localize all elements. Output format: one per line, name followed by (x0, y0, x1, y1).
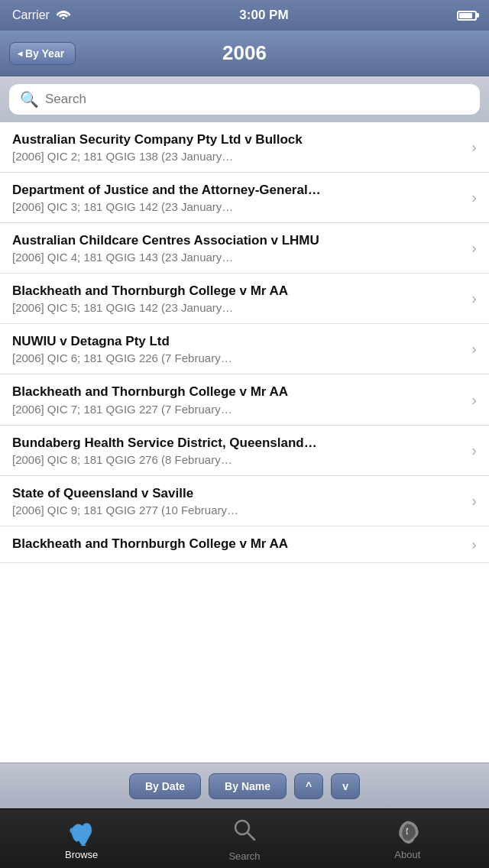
table-row[interactable]: Blackheath and Thornburgh College v Mr A… (0, 274, 489, 324)
table-row[interactable]: Australian Security Company Pty Ltd v Bu… (0, 122, 489, 173)
nav-bar: By Year 2006 (0, 31, 489, 76)
case-citation: [2006] QIC 2; 181 QGIG 138 (23 January… (12, 150, 464, 163)
sort-by-date-button[interactable]: By Date (129, 773, 201, 799)
sort-up-button[interactable]: ^ (294, 773, 323, 799)
chevron-right-icon: › (471, 492, 477, 510)
search-input-wrapper: 🔍 (9, 84, 480, 115)
table-row[interactable]: Australian Childcare Centres Association… (0, 223, 489, 274)
table-row[interactable]: Bundaberg Health Service District, Queen… (0, 426, 489, 476)
list-item-content: Bundaberg Health Service District, Queen… (12, 435, 471, 466)
table-row[interactable]: NUWIU v Detagna Pty Ltd[2006] QIC 6; 181… (0, 324, 489, 374)
tab-about[interactable]: About (326, 809, 489, 868)
tab-search-label: Search (228, 850, 260, 862)
carrier-label: Carrier (12, 8, 50, 22)
tab-browse[interactable]: Browse (0, 809, 163, 868)
about-icon (393, 818, 421, 846)
svg-line-3 (248, 833, 254, 840)
nav-title: 2006 (222, 41, 267, 65)
status-bar: Carrier 3:00 PM (0, 0, 489, 31)
case-title: NUWIU v Detagna Pty Ltd (12, 333, 464, 350)
case-citation: [2006] QIC 7; 181 QGIG 227 (7 February… (12, 403, 464, 416)
case-title: Blackheath and Thornburgh College v Mr A… (12, 283, 464, 300)
case-title: Bundaberg Health Service District, Queen… (12, 435, 464, 452)
sort-by-name-button[interactable]: By Name (209, 773, 287, 799)
sort-bar: By Date By Name ^ v (0, 763, 489, 808)
case-citation: [2006] QIC 6; 181 QGIG 226 (7 February… (12, 351, 464, 364)
case-citation: [2006] QIC 5; 181 QGIG 142 (23 January… (12, 301, 464, 314)
case-title: Department of Justice and the Attorney-G… (12, 182, 464, 199)
battery-icon (457, 11, 477, 21)
list-item-content: NUWIU v Detagna Pty Ltd[2006] QIC 6; 181… (12, 333, 471, 364)
case-title: Australian Childcare Centres Association… (12, 232, 464, 249)
wifi-icon (56, 8, 71, 22)
table-row[interactable]: Blackheath and Thornburgh College v Mr A… (0, 374, 489, 425)
case-citation: [2006] QIC 9; 181 QGIG 277 (10 February… (12, 504, 464, 517)
chevron-right-icon: › (471, 239, 477, 257)
chevron-right-icon: › (471, 340, 477, 358)
list-item-content: Blackheath and Thornburgh College v Mr A… (12, 384, 471, 415)
list-item-content: Australian Childcare Centres Association… (12, 232, 471, 264)
search-tab-icon (232, 818, 257, 847)
tab-search[interactable]: Search (163, 809, 325, 868)
case-title: Blackheath and Thornburgh College v Mr A… (12, 384, 464, 400)
case-citation: [2006] QIC 8; 181 QGIG 276 (8 February… (12, 453, 464, 466)
case-title: Blackheath and Thornburgh College v Mr A… (12, 536, 464, 552)
search-icon: 🔍 (20, 90, 39, 108)
sort-down-button[interactable]: v (331, 773, 360, 799)
list-item-content: Australian Security Company Pty Ltd v Bu… (12, 131, 471, 163)
chevron-right-icon: › (471, 442, 477, 459)
cases-list: Australian Security Company Pty Ltd v Bu… (0, 122, 489, 763)
list-item-content: State of Queensland v Saville[2006] QIC … (12, 485, 471, 517)
table-row[interactable]: Department of Justice and the Attorney-G… (0, 173, 489, 223)
chevron-right-icon: › (471, 138, 477, 156)
chevron-right-icon: › (471, 189, 477, 206)
list-item-content: Blackheath and Thornburgh College v Mr A… (12, 536, 471, 552)
list-item-content: Blackheath and Thornburgh College v Mr A… (12, 283, 471, 314)
status-bar-left: Carrier (12, 8, 71, 22)
table-row[interactable]: Blackheath and Thornburgh College v Mr A… (0, 526, 489, 563)
tab-bar: Browse Search About (0, 808, 489, 868)
search-bar-container: 🔍 (0, 76, 489, 122)
status-bar-right (457, 11, 477, 21)
search-input[interactable] (45, 92, 469, 107)
list-item-content: Department of Justice and the Attorney-G… (12, 182, 471, 213)
tab-about-label: About (394, 849, 420, 860)
case-title: Australian Security Company Pty Ltd v Bu… (12, 131, 464, 148)
table-row[interactable]: State of Queensland v Saville[2006] QIC … (0, 476, 489, 526)
svg-point-0 (62, 18, 64, 20)
chevron-right-icon: › (471, 391, 477, 409)
svg-point-1 (81, 844, 86, 846)
status-time: 3:00 PM (239, 8, 288, 23)
chevron-right-icon: › (471, 536, 477, 553)
chevron-right-icon: › (471, 290, 477, 307)
back-button[interactable]: By Year (9, 42, 76, 65)
case-citation: [2006] QIC 4; 181 QGIG 143 (23 January… (12, 251, 464, 264)
tab-browse-label: Browse (65, 849, 98, 860)
case-title: State of Queensland v Saville (12, 485, 464, 502)
case-citation: [2006] QIC 3; 181 QGIG 142 (23 January… (12, 200, 464, 213)
browse-icon (66, 818, 97, 846)
